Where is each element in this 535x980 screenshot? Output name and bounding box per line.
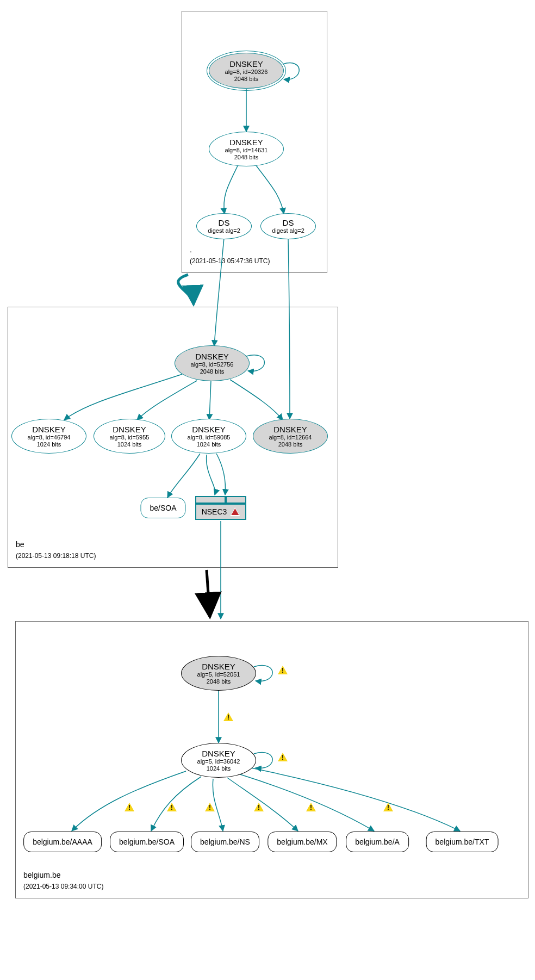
- node-sub2: 2048 bits: [234, 76, 259, 83]
- dnskey-be-zsk1: DNSKEY alg=8, id=46794 1024 bits: [11, 419, 86, 454]
- rr-mx: belgium.be/MX: [268, 832, 337, 852]
- warning-icon: !: [167, 803, 177, 811]
- node-sub1: alg=8, id=59085: [188, 434, 231, 441]
- dnssec-graph: . (2021-05-13 05:47:36 UTC) be (2021-05-…: [0, 0, 535, 980]
- nsec3: NSEC3 !: [195, 496, 246, 520]
- ds-left: DS digest alg=2: [196, 213, 252, 239]
- warning-icon: !: [205, 803, 215, 811]
- rr-a: belgium.be/A: [346, 832, 409, 852]
- node-title: DNSKEY: [32, 425, 66, 434]
- node-sub1: alg=5, id=36042: [197, 758, 240, 765]
- node-sub1: alg=8, id=46794: [28, 434, 71, 441]
- node-sub1: digest alg=2: [272, 227, 304, 234]
- dnskey-root-zsk: DNSKEY alg=8, id=14631 2048 bits: [209, 132, 284, 166]
- node-sub2: 1024 bits: [37, 441, 61, 448]
- rrset-label: be/SOA: [140, 498, 185, 518]
- zone-be-label: be: [16, 540, 24, 549]
- error-icon: !: [230, 507, 240, 516]
- node-sub2: 2048 bits: [200, 368, 225, 375]
- rrset-label: belgium.be/SOA: [110, 832, 184, 852]
- ds-right: DS digest alg=2: [260, 213, 316, 239]
- node-sub2: 1024 bits: [117, 441, 142, 448]
- zone-belgium-label: belgium.be: [23, 871, 61, 879]
- node-sub1: alg=8, id=52756: [191, 361, 234, 368]
- rrset-label: belgium.be/TXT: [426, 832, 499, 852]
- dnskey-be-ksk2: DNSKEY alg=8, id=12664 2048 bits: [253, 419, 328, 454]
- node-sub2: 2048 bits: [207, 678, 231, 685]
- dnskey-belgium-ksk: DNSKEY alg=5, id=52051 2048 bits: [181, 656, 256, 691]
- node-title: DNSKEY: [195, 352, 229, 361]
- warning-icon: !: [278, 666, 288, 674]
- zone-belgium: belgium.be (2021-05-13 09:34:00 UTC): [15, 621, 528, 898]
- zone-root-timestamp: (2021-05-13 05:47:36 UTC): [190, 257, 270, 265]
- rr-txt: belgium.be/TXT: [426, 832, 499, 852]
- nsec3-label: NSEC3: [202, 507, 227, 516]
- node-title: DS: [219, 218, 230, 227]
- node-sub1: alg=8, id=14631: [225, 147, 268, 154]
- rrset-label: belgium.be/MX: [268, 832, 337, 852]
- dnskey-be-zsk2: DNSKEY alg=8, id=5955 1024 bits: [94, 419, 165, 454]
- node-title: DNSKEY: [192, 425, 226, 434]
- node-title: DNSKEY: [113, 425, 146, 434]
- node-sub1: alg=8, id=5955: [110, 434, 150, 441]
- rr-aaaa: belgium.be/AAAA: [23, 832, 102, 852]
- zone-root-label: .: [190, 245, 192, 254]
- dnskey-be-zsk3: DNSKEY alg=8, id=59085 1024 bits: [171, 419, 246, 454]
- dnskey-root-ksk: DNSKEY alg=8, id=20326 2048 bits: [209, 53, 284, 89]
- dnskey-be-ksk: DNSKEY alg=8, id=52756 2048 bits: [175, 345, 250, 381]
- node-sub1: alg=5, id=52051: [197, 671, 240, 678]
- node-sub2: 2048 bits: [234, 154, 259, 161]
- node-sub2: 1024 bits: [207, 765, 231, 772]
- warning-icon: !: [125, 803, 134, 811]
- be-soa: be/SOA: [140, 498, 185, 518]
- rr-soa: belgium.be/SOA: [110, 832, 184, 852]
- warning-icon: !: [223, 712, 233, 721]
- rr-ns: belgium.be/NS: [191, 832, 259, 852]
- node-title: DNSKEY: [229, 59, 263, 69]
- node-title: DS: [283, 218, 294, 227]
- node-sub1: alg=8, id=20326: [225, 69, 268, 76]
- warning-icon: !: [306, 803, 316, 811]
- node-title: DNSKEY: [229, 138, 263, 147]
- node-sub2: 1024 bits: [197, 441, 221, 448]
- zone-be-timestamp: (2021-05-13 09:18:18 UTC): [16, 552, 96, 560]
- rrset-label: belgium.be/NS: [191, 832, 259, 852]
- zone-belgium-timestamp: (2021-05-13 09:34:00 UTC): [23, 883, 103, 890]
- node-title: DNSKEY: [202, 662, 235, 671]
- node-sub2: 2048 bits: [278, 441, 303, 448]
- node-title: DNSKEY: [202, 749, 235, 758]
- dnskey-belgium-zsk: DNSKEY alg=5, id=36042 1024 bits: [181, 743, 256, 778]
- warning-icon: !: [254, 803, 264, 811]
- node-sub1: digest alg=2: [208, 227, 240, 234]
- warning-icon: !: [383, 803, 393, 811]
- warning-icon: !: [278, 753, 288, 761]
- node-sub1: alg=8, id=12664: [269, 434, 312, 441]
- rrset-label: belgium.be/AAAA: [23, 832, 102, 852]
- rrset-label: belgium.be/A: [346, 832, 409, 852]
- node-title: DNSKEY: [273, 425, 307, 434]
